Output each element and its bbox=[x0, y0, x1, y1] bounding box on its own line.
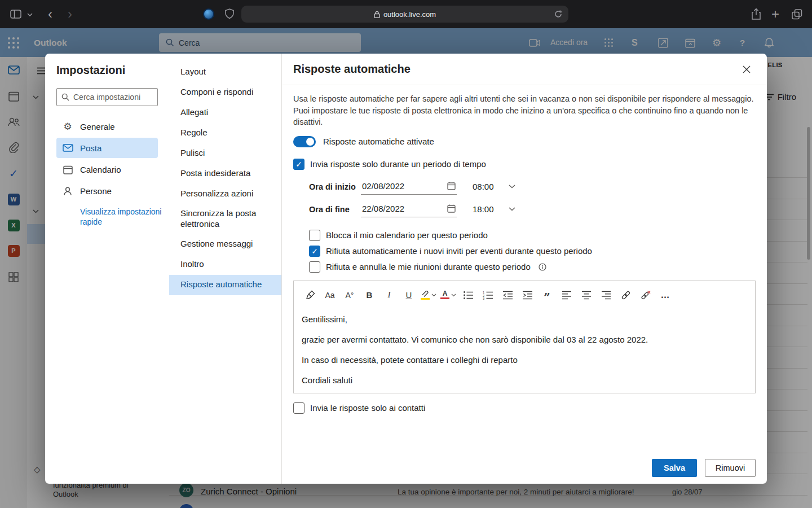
decline-invites-checkbox[interactable] bbox=[309, 246, 320, 257]
section-layout[interactable]: Layout bbox=[169, 62, 281, 82]
start-time-value: 08:00 bbox=[473, 182, 494, 191]
reply-message-text[interactable]: Gentilissimi, grazie per avermi contatta… bbox=[294, 309, 755, 393]
start-label: Ora di inizio bbox=[309, 182, 361, 191]
reply-message-editor[interactable]: Aa A° B I U bbox=[293, 281, 756, 393]
end-time-value: 18:00 bbox=[473, 204, 494, 214]
section-automatic-replies[interactable]: Risposte automatiche bbox=[169, 275, 281, 295]
section-attachments[interactable]: Allegati bbox=[169, 102, 281, 122]
section-sweep[interactable]: Pulisci bbox=[169, 143, 281, 163]
nav-item-general[interactable]: ⚙ Generale bbox=[56, 116, 158, 137]
numbered-list-button[interactable]: 123 bbox=[479, 286, 496, 305]
decline-meetings-label: Rifiuta e annulla le mie riunioni durant… bbox=[326, 262, 531, 271]
calendar-icon[interactable] bbox=[447, 182, 456, 190]
decline-invites-label: Rifiuta automaticamente i nuovi inviti p… bbox=[326, 246, 592, 256]
font-button[interactable]: Aa bbox=[321, 286, 338, 305]
insert-link-button[interactable] bbox=[617, 286, 634, 305]
tab-overview-icon[interactable] bbox=[792, 9, 802, 20]
message-line: Cordiali saluti bbox=[302, 375, 747, 386]
save-button[interactable]: Salva bbox=[652, 459, 697, 477]
dates-block: Ora di inizio 02/08/2022 08:00 bbox=[309, 176, 756, 221]
block-calendar-checkbox[interactable] bbox=[309, 230, 320, 241]
start-time-field[interactable]: 08:00 bbox=[473, 182, 515, 191]
close-button[interactable] bbox=[738, 60, 756, 78]
section-rules[interactable]: Regole bbox=[169, 122, 281, 143]
format-painter-button[interactable] bbox=[302, 286, 319, 305]
settings-sections-column: Layout Componi e rispondi Allegati Regol… bbox=[169, 54, 282, 484]
nav-item-mail[interactable]: Posta bbox=[56, 138, 158, 158]
indent-button[interactable] bbox=[519, 286, 536, 305]
chevron-down-icon[interactable] bbox=[509, 185, 515, 189]
font-size-button[interactable]: A° bbox=[341, 286, 358, 305]
message-line: In caso di necessità, potete contattare … bbox=[302, 354, 747, 366]
chevron-down-icon bbox=[431, 294, 436, 297]
chevron-down-icon[interactable] bbox=[509, 207, 515, 211]
italic-button[interactable]: I bbox=[381, 286, 398, 305]
quick-settings-link[interactable]: Visualizza impostazioni rapide bbox=[80, 207, 165, 227]
message-line: Gentilissimi, bbox=[302, 314, 747, 325]
url-text: outlook.live.com bbox=[383, 10, 436, 19]
end-date-value: 22/08/2022 bbox=[362, 204, 404, 213]
shield-icon[interactable] bbox=[225, 8, 234, 19]
start-date-value: 02/08/2022 bbox=[362, 181, 404, 191]
mail-icon bbox=[62, 144, 73, 152]
panel-header: Risposte automatiche bbox=[282, 54, 767, 85]
font-color-swatch bbox=[440, 297, 449, 299]
underline-button[interactable]: U bbox=[400, 286, 417, 305]
start-date-field[interactable]: 02/08/2022 bbox=[361, 179, 457, 195]
info-icon[interactable] bbox=[539, 263, 546, 271]
nav-item-people[interactable]: Persone bbox=[56, 181, 158, 201]
more-formatting-button[interactable]: … bbox=[657, 286, 674, 305]
settings-search-input[interactable] bbox=[73, 93, 153, 102]
panel-title: Risposte automatiche bbox=[293, 63, 411, 76]
chevron-down-icon bbox=[451, 294, 456, 297]
section-message-handling[interactable]: Gestione messaggi bbox=[169, 234, 281, 255]
address-bar[interactable]: outlook.live.com bbox=[241, 6, 568, 23]
back-button[interactable]: ‹ bbox=[48, 0, 52, 28]
quote-button[interactable]: ” bbox=[539, 286, 555, 305]
decline-meetings-checkbox[interactable] bbox=[309, 261, 320, 273]
section-junk[interactable]: Posta indesiderata bbox=[169, 163, 281, 183]
remove-link-button[interactable] bbox=[637, 286, 654, 305]
highlight-button[interactable] bbox=[420, 286, 437, 305]
panel-description: Usa le risposte automatiche per far sape… bbox=[293, 93, 756, 128]
settings-title: Impostazioni bbox=[56, 64, 158, 77]
message-line: grazie per avermi contattato. Vi comunic… bbox=[302, 334, 747, 345]
bullet-list-button[interactable] bbox=[460, 286, 476, 305]
sidebar-chevron-icon[interactable] bbox=[27, 13, 33, 16]
bold-button[interactable]: B bbox=[361, 286, 378, 305]
remove-button[interactable]: Rimuovi bbox=[705, 459, 756, 477]
section-compose[interactable]: Componi e rispondi bbox=[169, 82, 281, 102]
calendar-icon bbox=[62, 165, 73, 174]
refresh-icon[interactable] bbox=[554, 10, 563, 19]
calendar-icon[interactable] bbox=[447, 204, 456, 213]
align-center-button[interactable] bbox=[578, 286, 595, 305]
period-checkbox[interactable] bbox=[293, 159, 304, 170]
section-sync[interactable]: Sincronizza la posta elettronica bbox=[169, 204, 281, 234]
end-date-field[interactable]: 22/08/2022 bbox=[361, 202, 457, 217]
nav-label-mail: Posta bbox=[80, 143, 102, 153]
share-icon[interactable] bbox=[751, 8, 761, 20]
nav-label-calendar: Calendario bbox=[80, 165, 121, 174]
contacts-only-label: Invia le risposte solo ai contatti bbox=[310, 403, 425, 413]
settings-search-box[interactable] bbox=[56, 88, 158, 106]
nav-item-calendar[interactable]: Calendario bbox=[56, 159, 158, 179]
sidebar-toggle-icon[interactable] bbox=[10, 10, 21, 19]
block-calendar-label: Blocca il mio calendario per questo peri… bbox=[326, 230, 488, 240]
section-customize-actions[interactable]: Personalizza azioni bbox=[169, 183, 281, 204]
contacts-only-checkbox[interactable] bbox=[293, 402, 304, 414]
nav-label-people: Persone bbox=[80, 186, 112, 196]
extension-icon[interactable] bbox=[203, 8, 214, 20]
highlight-color-swatch bbox=[421, 298, 430, 300]
section-forwarding[interactable]: Inoltro bbox=[169, 255, 281, 275]
end-time-field[interactable]: 18:00 bbox=[473, 204, 515, 214]
font-color-button[interactable]: A bbox=[440, 286, 457, 305]
automatic-replies-panel: Risposte automatiche Usa le risposte aut… bbox=[282, 54, 767, 484]
browser-chrome: ‹ › outlook.live.com + bbox=[0, 0, 812, 28]
automatic-replies-toggle[interactable] bbox=[293, 136, 316, 147]
outdent-button[interactable] bbox=[499, 286, 516, 305]
align-right-button[interactable] bbox=[598, 286, 615, 305]
new-tab-button[interactable]: + bbox=[771, 0, 779, 28]
align-left-button[interactable] bbox=[558, 286, 575, 305]
forward-button[interactable]: › bbox=[68, 0, 72, 28]
toggle-knob bbox=[306, 138, 314, 146]
